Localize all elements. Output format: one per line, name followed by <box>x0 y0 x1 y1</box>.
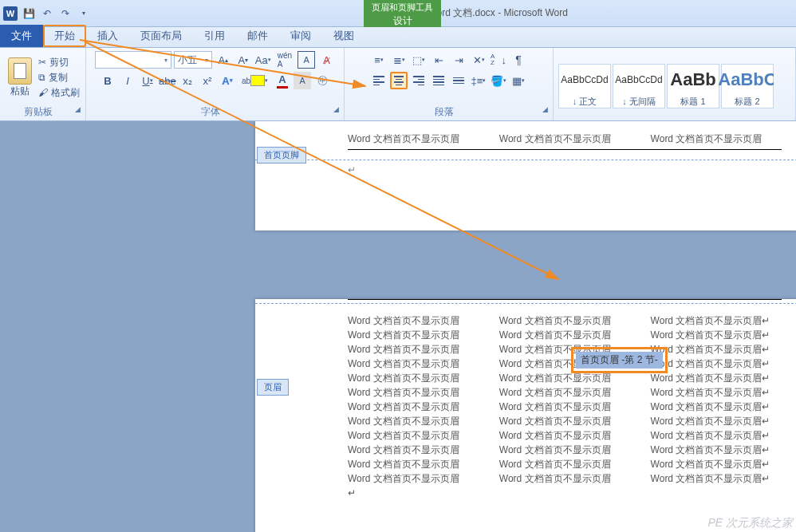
contextual-tab-group: 页眉和页脚工具 设计 <box>364 0 441 27</box>
first-page-footer-label: 首页页脚 <box>257 147 306 164</box>
page-1: Word 文档首页不显示页眉 Word 文档首页不显示页眉 Word 文档首页不… <box>255 121 796 231</box>
format-painter-button[interactable]: 🖌格式刷 <box>38 86 80 100</box>
paragraph-group-label: 段落◢ <box>349 104 548 120</box>
show-marks-button[interactable]: ¶ <box>510 51 527 69</box>
bullets-button[interactable]: ≡▾ <box>370 51 388 69</box>
section-marker-highlight: 首页页眉 -第 2 节- <box>571 347 668 373</box>
tab-mailings[interactable]: 邮件 <box>236 25 279 47</box>
document-area[interactable]: Word 文档首页不显示页眉 Word 文档首页不显示页眉 Word 文档首页不… <box>0 121 796 532</box>
superscript-button[interactable]: x² <box>199 72 216 89</box>
character-border-button[interactable]: A <box>298 51 315 69</box>
clipboard-launcher-icon[interactable]: ◢ <box>75 105 81 113</box>
numbering-button[interactable]: ≣▾ <box>390 51 408 69</box>
align-justify-button[interactable] <box>430 72 447 89</box>
context-title: 页眉和页脚工具 <box>372 2 433 14</box>
paste-label: 粘贴 <box>10 85 30 98</box>
undo-icon[interactable]: ↶ <box>39 6 55 22</box>
styles-gallery[interactable]: AaBbCcDd↓ 正文 AaBbCcDd↓ 无间隔 AaBb标题 1 AaBb… <box>558 64 774 108</box>
enclose-char-button[interactable]: ㊥ <box>313 72 331 89</box>
context-tab-design[interactable]: 设计 <box>372 14 433 28</box>
underline-button[interactable]: U▾ <box>139 72 156 89</box>
style-normal[interactable]: AaBbCcDd↓ 正文 <box>558 64 611 108</box>
text-effects-button[interactable]: A▾ <box>219 72 236 89</box>
borders-button[interactable]: ▦▾ <box>510 72 527 89</box>
ribbon-tabs: 文件 开始 插入 页面布局 引用 邮件 审阅 视图 <box>0 27 796 48</box>
paste-icon <box>8 57 32 85</box>
copy-icon: ⧉ <box>38 72 45 83</box>
save-icon[interactable]: 💾 <box>21 6 37 22</box>
font-launcher-icon[interactable]: ◢ <box>333 105 339 113</box>
phonetic-guide-button[interactable]: wénA <box>274 51 295 69</box>
paragraph-mark-icon: ↵ <box>348 164 356 175</box>
redo-icon[interactable]: ↷ <box>57 6 73 22</box>
page2-header-rule <box>348 299 782 300</box>
line-spacing-button[interactable]: ‡≡▾ <box>470 72 487 89</box>
styles-group: AaBbCcDd↓ 正文 AaBbCcDd↓ 无间隔 AaBb标题 1 AaBb… <box>554 48 796 120</box>
grow-font-button[interactable]: A▴ <box>215 51 232 69</box>
style-no-spacing[interactable]: AaBbCcDd↓ 无间隔 <box>613 64 665 108</box>
paragraph-launcher-icon[interactable]: ◢ <box>542 105 548 113</box>
font-size-combo[interactable]: 小五▾ <box>174 51 212 69</box>
page-2: 首页页眉 -第 2 节- 页眉 Word 文档首页不显示页眉Word 文档首页不… <box>255 299 796 532</box>
bold-button[interactable]: B <box>99 72 116 89</box>
tab-file[interactable]: 文件 <box>0 25 43 47</box>
align-center-button[interactable] <box>390 72 408 89</box>
page1-header-rule <box>348 149 782 150</box>
tab-references[interactable]: 引用 <box>193 25 236 47</box>
tab-layout[interactable]: 页面布局 <box>129 25 193 47</box>
qat-customize-icon[interactable]: ▾ <box>76 6 92 22</box>
font-group-label: 字体◢ <box>91 104 339 120</box>
align-left-button[interactable] <box>370 72 388 89</box>
shading-button[interactable]: 🪣▾ <box>490 72 507 89</box>
cut-button[interactable]: ✂剪切 <box>38 56 80 69</box>
header-label: 页眉 <box>257 379 289 396</box>
subscript-button[interactable]: x₂ <box>179 72 196 89</box>
copy-button[interactable]: ⧉复制 <box>38 71 80 85</box>
brush-icon: 🖌 <box>38 87 48 98</box>
clear-formatting-button[interactable]: A̷ <box>317 51 335 69</box>
scissors-icon: ✂ <box>38 57 46 68</box>
window-title: 新建 Microsoft Word 文档.docx - Microsoft Wo… <box>92 6 793 20</box>
ribbon: 粘贴 ✂剪切 ⧉复制 🖌格式刷 剪贴板◢ ▾ 小五▾ A▴ A▾ Aa▾ wén… <box>0 48 796 121</box>
tab-review[interactable]: 审阅 <box>279 25 322 47</box>
watermark: PE 次元系统之家 <box>707 516 793 530</box>
font-name-combo[interactable]: ▾ <box>95 51 171 69</box>
increase-indent-button[interactable]: ⇥ <box>450 51 467 69</box>
align-distribute-button[interactable] <box>450 72 467 89</box>
italic-button[interactable]: I <box>119 72 136 89</box>
align-right-button[interactable] <box>410 72 428 89</box>
change-case-button[interactable]: Aa▾ <box>254 51 272 69</box>
body-col-1: Word 文档首页不显示页眉Word 文档首页不显示页眉Word 文档首页不显示… <box>348 313 459 500</box>
sort-button[interactable]: ↓ <box>490 51 507 69</box>
page2-body: Word 文档首页不显示页眉Word 文档首页不显示页眉Word 文档首页不显示… <box>255 307 796 500</box>
decrease-indent-button[interactable]: ⇤ <box>430 51 447 69</box>
style-heading2[interactable]: AaBbC标题 2 <box>721 64 774 108</box>
font-color-button[interactable]: A <box>274 72 291 89</box>
tab-home[interactable]: 开始 <box>43 25 86 47</box>
quick-access-toolbar: 💾 ↶ ↷ ▾ <box>21 6 92 22</box>
word-app-icon: W <box>3 6 18 21</box>
body-col-3: Word 文档首页不显示页眉↵Word 文档首页不显示页眉↵Word 文档首页不… <box>651 313 770 500</box>
font-group: ▾ 小五▾ A▴ A▾ Aa▾ wénA A A̷ B I U▾ abe x₂ … <box>86 48 345 120</box>
char-shading-button[interactable]: A <box>294 72 311 89</box>
shrink-font-button[interactable]: A▾ <box>234 51 252 69</box>
strikethrough-button[interactable]: abe <box>159 72 176 89</box>
asian-layout-button[interactable]: ✕▾ <box>470 51 487 69</box>
body-col-2: Word 文档首页不显示页眉Word 文档首页不显示页眉Word 文档首页不显示… <box>499 313 611 500</box>
tab-view[interactable]: 视图 <box>322 25 365 47</box>
clipboard-group-label: 剪贴板◢ <box>5 104 81 120</box>
style-heading1[interactable]: AaBb标题 1 <box>667 64 719 108</box>
paragraph-group: ≡▾ ≣▾ ⬚▾ ⇤ ⇥ ✕▾ ↓ ¶ ‡≡▾ 🪣▾ ▦▾ 段落◢ <box>345 48 554 120</box>
multilevel-list-button[interactable]: ⬚▾ <box>410 51 428 69</box>
section-marker-text: 首页页眉 -第 2 节- <box>576 352 663 368</box>
page1-header-row: Word 文档首页不显示页眉 Word 文档首页不显示页眉 Word 文档首页不… <box>255 121 796 149</box>
paste-button[interactable]: 粘贴 <box>5 57 35 98</box>
highlight-button[interactable]: ab▾ <box>238 72 271 89</box>
title-bar: W 💾 ↶ ↷ ▾ 页眉和页脚工具 设计 新建 Microsoft Word 文… <box>0 0 796 27</box>
clipboard-group: 粘贴 ✂剪切 ⧉复制 🖌格式刷 剪贴板◢ <box>0 48 86 120</box>
tab-insert[interactable]: 插入 <box>86 25 129 47</box>
